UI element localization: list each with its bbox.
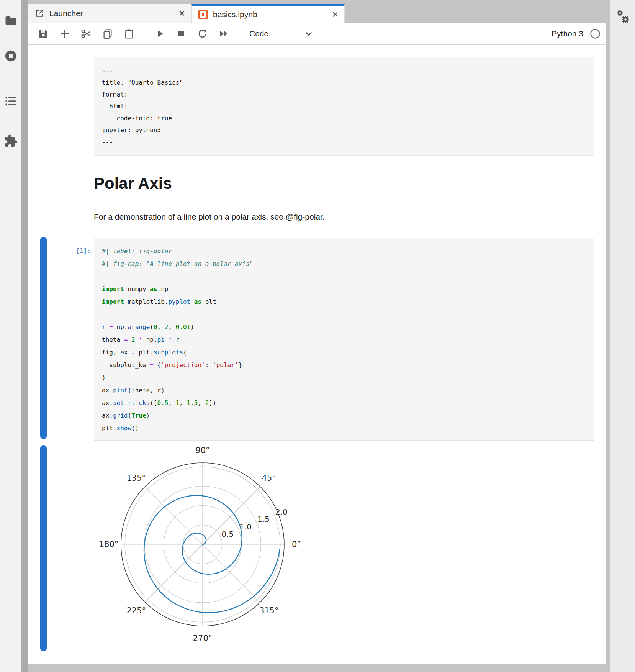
code-line: ) xyxy=(102,371,586,384)
tab-bar: Launcher × basics.ipynb × xyxy=(28,0,606,23)
r-tick-label: 0.5 xyxy=(221,529,234,539)
tab-launcher[interactable]: Launcher × xyxy=(28,4,191,23)
left-activity-bar xyxy=(0,0,21,672)
raw-yaml-cell[interactable]: ---title: "Quarto Basics"format: html: c… xyxy=(94,57,594,156)
code-line: ax.set_rticks([0.5, 1, 1.5, 2]) xyxy=(102,397,586,409)
gear-small xyxy=(617,10,623,16)
code-line: plt.show() xyxy=(102,422,586,434)
main-panel: Launcher × basics.ipynb × xyxy=(28,0,606,664)
restart-kernel-button[interactable] xyxy=(196,27,209,41)
notebook-content: ---title: "Quarto Basics"format: html: c… xyxy=(28,45,606,664)
theta-tick-label: 45° xyxy=(262,474,276,483)
code-line: #| label: fig-polar xyxy=(102,245,586,257)
kernel-status-icon xyxy=(589,28,601,39)
code-line: --- xyxy=(102,65,586,77)
markdown-paragraph: For a demonstration of a line plot on a … xyxy=(94,212,325,221)
restart-run-all-button[interactable] xyxy=(217,27,231,41)
gears-icon[interactable] xyxy=(616,9,630,25)
puzzle-icon[interactable] xyxy=(4,134,18,148)
code-line: jupyter: python3 xyxy=(102,124,586,136)
close-icon[interactable]: × xyxy=(332,9,338,20)
cell-type-value: Code xyxy=(249,29,268,38)
theta-tick-label: 315° xyxy=(259,606,279,615)
polar-plot-output: 0°45°90°135°180°225°270°315°0.51.01.52.0 xyxy=(79,441,370,663)
folder-icon[interactable] xyxy=(4,14,18,28)
r-tick-label: 1.5 xyxy=(257,515,270,524)
code-line: format: xyxy=(102,89,586,100)
code-line: r = np.arange(0, 2, 0.01) xyxy=(102,321,586,333)
right-sidebar-strip xyxy=(610,0,635,672)
r-tick-label: 1.0 xyxy=(239,522,252,531)
sidebar-divider xyxy=(21,0,28,672)
run-button[interactable] xyxy=(153,27,167,41)
execution-prompt: [1]: xyxy=(51,244,91,257)
notebook-icon xyxy=(198,10,208,20)
save-button[interactable] xyxy=(36,27,50,41)
code-line: fig, ax = plt.subplots( xyxy=(102,346,586,359)
code-line: theta = 2 * np.pi * r xyxy=(102,333,586,346)
polar-plot-figure: 0°45°90°135°180°225°270°315°0.51.01.52.0 xyxy=(79,441,370,663)
kernel-name[interactable]: Python 3 xyxy=(552,29,583,38)
theta-tick-label: 225° xyxy=(127,606,146,615)
code-line xyxy=(102,270,586,283)
tab-label: Launcher xyxy=(49,9,83,18)
kernel-indicator: Python 3 xyxy=(552,28,601,39)
theta-tick-label: 180° xyxy=(99,540,119,549)
code-line: #| fig-cap: "A line plot on a polar axis… xyxy=(102,257,586,270)
copy-icon[interactable] xyxy=(101,27,115,41)
launcher-icon xyxy=(34,8,44,18)
code-line: html: xyxy=(102,100,586,112)
notebook-toolbar: Code Python 3 xyxy=(28,23,606,45)
theta-tick-label: 0° xyxy=(292,540,301,549)
cell-type-select[interactable]: Code xyxy=(249,29,314,39)
toc-icon[interactable] xyxy=(4,94,18,108)
theta-tick-label: 90° xyxy=(195,446,209,455)
code-line: --- xyxy=(102,136,586,148)
cut-icon[interactable] xyxy=(79,27,93,41)
tab-label: basics.ipynb xyxy=(213,10,257,19)
code-line: code-fold: true xyxy=(102,112,586,124)
gear-large xyxy=(622,16,629,23)
code-line: import matplotlib.pyplot as plt xyxy=(102,295,586,308)
insert-cell-button[interactable] xyxy=(58,27,72,41)
markdown-heading: Polar Axis xyxy=(94,174,172,193)
close-icon[interactable]: × xyxy=(179,8,185,19)
code-line: ax.plot(theta, r) xyxy=(102,384,586,397)
code-line xyxy=(102,308,586,321)
interrupt-kernel-button[interactable] xyxy=(174,27,188,41)
code-line: import numpy as np xyxy=(102,283,586,295)
code-cell-editor[interactable]: #| label: fig-polar#| fig-cap: "A line p… xyxy=(94,238,594,441)
code-line: ax.grid(True) xyxy=(102,409,586,422)
running-icon[interactable] xyxy=(4,49,18,63)
chevron-down-icon xyxy=(304,29,314,39)
tab-basics-ipynb[interactable]: basics.ipynb × xyxy=(191,4,345,23)
output-collapser[interactable] xyxy=(40,445,47,651)
code-line: subplot_kw = {'projection': 'polar'} xyxy=(102,359,586,371)
code-line: title: "Quarto Basics" xyxy=(102,77,586,89)
code-cell-collapser[interactable] xyxy=(40,237,47,439)
theta-tick-label: 270° xyxy=(193,634,213,643)
paste-icon[interactable] xyxy=(122,27,136,41)
r-tick-label: 2.0 xyxy=(275,507,288,516)
theta-tick-label: 135° xyxy=(127,474,146,483)
